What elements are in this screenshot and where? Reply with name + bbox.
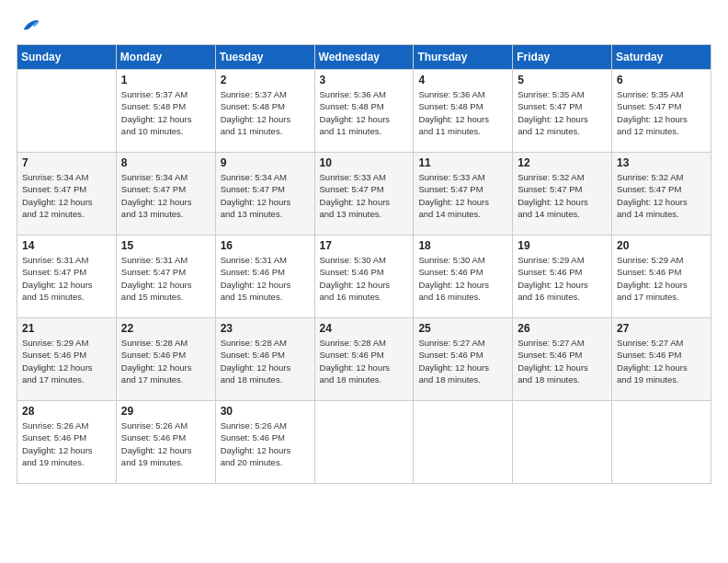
calendar-header-tuesday: Tuesday	[215, 45, 314, 70]
day-info: Sunrise: 5:35 AM Sunset: 5:47 PM Dayligh…	[617, 88, 706, 137]
day-number: 7	[22, 156, 111, 169]
day-info: Sunrise: 5:26 AM Sunset: 5:46 PM Dayligh…	[121, 419, 210, 468]
page: SundayMondayTuesdayWednesdayThursdayFrid…	[0, 0, 728, 563]
calendar-cell: 14Sunrise: 5:31 AM Sunset: 5:47 PM Dayli…	[17, 236, 117, 318]
calendar-cell: 18Sunrise: 5:30 AM Sunset: 5:46 PM Dayli…	[414, 236, 513, 318]
calendar-cell: 12Sunrise: 5:32 AM Sunset: 5:47 PM Dayli…	[513, 153, 612, 236]
day-info: Sunrise: 5:34 AM Sunset: 5:47 PM Dayligh…	[121, 171, 210, 220]
calendar-cell: 30Sunrise: 5:26 AM Sunset: 5:46 PM Dayli…	[215, 401, 314, 484]
day-number: 5	[518, 74, 607, 86]
calendar-header-friday: Friday	[513, 45, 612, 70]
day-number: 14	[22, 239, 111, 252]
calendar-header-row: SundayMondayTuesdayWednesdayThursdayFrid…	[17, 45, 711, 70]
calendar-cell: 20Sunrise: 5:29 AM Sunset: 5:46 PM Dayli…	[612, 236, 711, 318]
day-number: 30	[221, 405, 310, 418]
day-info: Sunrise: 5:34 AM Sunset: 5:47 PM Dayligh…	[22, 171, 111, 220]
day-info: Sunrise: 5:33 AM Sunset: 5:47 PM Dayligh…	[418, 171, 507, 220]
day-info: Sunrise: 5:37 AM Sunset: 5:48 PM Dayligh…	[121, 88, 210, 137]
day-info: Sunrise: 5:31 AM Sunset: 5:47 PM Dayligh…	[22, 254, 111, 303]
day-number: 2	[221, 74, 310, 86]
calendar-cell: 2Sunrise: 5:37 AM Sunset: 5:48 PM Daylig…	[215, 70, 314, 153]
calendar-cell: 23Sunrise: 5:28 AM Sunset: 5:46 PM Dayli…	[215, 318, 314, 401]
day-info: Sunrise: 5:30 AM Sunset: 5:46 PM Dayligh…	[320, 254, 409, 303]
day-number: 1	[121, 74, 210, 86]
calendar-cell: 28Sunrise: 5:26 AM Sunset: 5:46 PM Dayli…	[17, 401, 117, 484]
day-number: 3	[320, 74, 409, 86]
day-number: 11	[418, 156, 507, 169]
day-number: 9	[221, 156, 310, 169]
calendar-cell	[612, 401, 711, 484]
header	[17, 17, 711, 33]
day-info: Sunrise: 5:29 AM Sunset: 5:46 PM Dayligh…	[617, 254, 706, 303]
day-number: 18	[418, 239, 507, 252]
day-info: Sunrise: 5:31 AM Sunset: 5:46 PM Dayligh…	[221, 254, 310, 303]
day-info: Sunrise: 5:28 AM Sunset: 5:46 PM Dayligh…	[221, 337, 310, 385]
day-info: Sunrise: 5:33 AM Sunset: 5:47 PM Dayligh…	[320, 171, 409, 220]
calendar-cell	[414, 401, 513, 484]
calendar-cell: 3Sunrise: 5:36 AM Sunset: 5:48 PM Daylig…	[314, 70, 414, 153]
day-info: Sunrise: 5:28 AM Sunset: 5:46 PM Dayligh…	[121, 337, 210, 385]
calendar-header-wednesday: Wednesday	[314, 45, 414, 70]
day-info: Sunrise: 5:27 AM Sunset: 5:46 PM Dayligh…	[518, 337, 607, 385]
day-number: 13	[617, 156, 706, 169]
calendar-cell: 1Sunrise: 5:37 AM Sunset: 5:48 PM Daylig…	[116, 70, 215, 153]
calendar-cell: 11Sunrise: 5:33 AM Sunset: 5:47 PM Dayli…	[414, 153, 513, 236]
calendar-cell: 9Sunrise: 5:34 AM Sunset: 5:47 PM Daylig…	[215, 153, 314, 236]
day-number: 17	[320, 239, 409, 252]
day-info: Sunrise: 5:27 AM Sunset: 5:46 PM Dayligh…	[617, 337, 706, 385]
calendar-cell: 29Sunrise: 5:26 AM Sunset: 5:46 PM Dayli…	[116, 401, 215, 484]
calendar-body: 1Sunrise: 5:37 AM Sunset: 5:48 PM Daylig…	[17, 70, 711, 484]
day-number: 6	[617, 74, 706, 86]
calendar-cell: 21Sunrise: 5:29 AM Sunset: 5:46 PM Dayli…	[17, 318, 117, 401]
calendar-header-saturday: Saturday	[612, 45, 711, 70]
day-info: Sunrise: 5:28 AM Sunset: 5:46 PM Dayligh…	[320, 337, 409, 385]
calendar-cell: 7Sunrise: 5:34 AM Sunset: 5:47 PM Daylig…	[17, 153, 117, 236]
calendar-week-1: 1Sunrise: 5:37 AM Sunset: 5:48 PM Daylig…	[17, 70, 711, 153]
day-info: Sunrise: 5:31 AM Sunset: 5:47 PM Dayligh…	[121, 254, 210, 303]
calendar-week-3: 14Sunrise: 5:31 AM Sunset: 5:47 PM Dayli…	[17, 236, 711, 318]
day-number: 15	[121, 239, 210, 252]
calendar-cell: 15Sunrise: 5:31 AM Sunset: 5:47 PM Dayli…	[116, 236, 215, 318]
day-number: 27	[617, 322, 706, 335]
day-number: 26	[518, 322, 607, 335]
calendar-table: SundayMondayTuesdayWednesdayThursdayFrid…	[17, 44, 711, 484]
day-info: Sunrise: 5:29 AM Sunset: 5:46 PM Dayligh…	[518, 254, 607, 303]
calendar-header-thursday: Thursday	[414, 45, 513, 70]
calendar-header-monday: Monday	[116, 45, 215, 70]
day-info: Sunrise: 5:32 AM Sunset: 5:47 PM Dayligh…	[518, 171, 607, 220]
day-info: Sunrise: 5:27 AM Sunset: 5:46 PM Dayligh…	[418, 337, 507, 385]
calendar-cell: 26Sunrise: 5:27 AM Sunset: 5:46 PM Dayli…	[513, 318, 612, 401]
calendar-cell: 24Sunrise: 5:28 AM Sunset: 5:46 PM Dayli…	[314, 318, 414, 401]
day-info: Sunrise: 5:26 AM Sunset: 5:46 PM Dayligh…	[221, 419, 310, 468]
day-info: Sunrise: 5:35 AM Sunset: 5:47 PM Dayligh…	[518, 88, 607, 137]
calendar-cell	[513, 401, 612, 484]
day-info: Sunrise: 5:37 AM Sunset: 5:48 PM Dayligh…	[221, 88, 310, 137]
day-number: 29	[121, 405, 210, 418]
calendar-cell: 19Sunrise: 5:29 AM Sunset: 5:46 PM Dayli…	[513, 236, 612, 318]
calendar-cell	[17, 70, 117, 153]
day-info: Sunrise: 5:32 AM Sunset: 5:47 PM Dayligh…	[617, 171, 706, 220]
day-info: Sunrise: 5:36 AM Sunset: 5:48 PM Dayligh…	[418, 88, 507, 137]
calendar-cell: 13Sunrise: 5:32 AM Sunset: 5:47 PM Dayli…	[612, 153, 711, 236]
day-info: Sunrise: 5:30 AM Sunset: 5:46 PM Dayligh…	[418, 254, 507, 303]
calendar-cell: 25Sunrise: 5:27 AM Sunset: 5:46 PM Dayli…	[414, 318, 513, 401]
calendar-cell: 6Sunrise: 5:35 AM Sunset: 5:47 PM Daylig…	[612, 70, 711, 153]
calendar-week-2: 7Sunrise: 5:34 AM Sunset: 5:47 PM Daylig…	[17, 153, 711, 236]
day-number: 10	[320, 156, 409, 169]
calendar-cell: 27Sunrise: 5:27 AM Sunset: 5:46 PM Dayli…	[612, 318, 711, 401]
day-number: 21	[22, 322, 111, 335]
calendar-cell: 17Sunrise: 5:30 AM Sunset: 5:46 PM Dayli…	[314, 236, 414, 318]
calendar-cell: 16Sunrise: 5:31 AM Sunset: 5:46 PM Dayli…	[215, 236, 314, 318]
day-info: Sunrise: 5:34 AM Sunset: 5:47 PM Dayligh…	[221, 171, 310, 220]
calendar-week-4: 21Sunrise: 5:29 AM Sunset: 5:46 PM Dayli…	[17, 318, 711, 401]
calendar-cell: 10Sunrise: 5:33 AM Sunset: 5:47 PM Dayli…	[314, 153, 414, 236]
day-number: 28	[22, 405, 111, 418]
calendar-cell: 4Sunrise: 5:36 AM Sunset: 5:48 PM Daylig…	[414, 70, 513, 153]
logo	[17, 17, 40, 33]
calendar-header-sunday: Sunday	[17, 45, 117, 70]
calendar-week-5: 28Sunrise: 5:26 AM Sunset: 5:46 PM Dayli…	[17, 401, 711, 484]
logo-bird-icon	[20, 17, 40, 33]
day-info: Sunrise: 5:36 AM Sunset: 5:48 PM Dayligh…	[320, 88, 409, 137]
calendar-cell: 5Sunrise: 5:35 AM Sunset: 5:47 PM Daylig…	[513, 70, 612, 153]
day-number: 20	[617, 239, 706, 252]
